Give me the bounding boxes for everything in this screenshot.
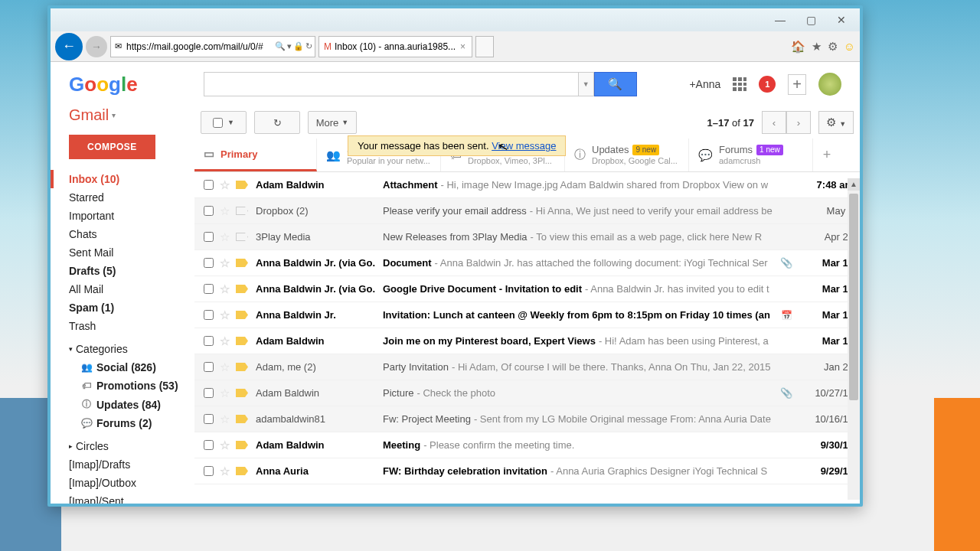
star-icon[interactable]: ☆ [220,439,230,452]
address-bar[interactable]: ✉ 🔍 ▾ 🔒 ↻ [110,36,315,57]
sidebar-drafts[interactable]: Drafts (5) [69,262,191,280]
email-checkbox[interactable] [204,206,214,216]
search-button[interactable]: 🔍 [594,72,637,96]
google-plus-link[interactable]: +Anna [689,78,720,90]
email-row[interactable]: ☆3Play MediaNew Releases from 3Play Medi… [194,224,860,250]
importance-marker[interactable] [236,337,248,345]
gmail-dropdown[interactable]: Gmail [69,106,191,124]
sidebar-important[interactable]: Important [69,207,191,225]
sidebar-sent[interactable]: Sent Mail [69,243,191,262]
star-icon[interactable]: ☆ [220,178,230,192]
add-tab-button[interactable]: + [813,139,841,171]
star-icon[interactable]: ☆ [220,204,230,218]
importance-marker[interactable] [236,363,248,371]
sidebar-imap-sent[interactable]: [Imap]/Sent [69,492,191,504]
email-row[interactable]: ☆Adam BaldwinJoin me on my Pinterest boa… [194,328,860,354]
email-checkbox[interactable] [204,414,214,424]
sidebar-trash[interactable]: Trash [69,317,191,335]
star-icon[interactable]: ☆ [220,230,230,244]
home-icon[interactable]: 🏠 [791,40,805,54]
browser-tab[interactable]: M Inbox (10) - anna.auria1985... × [318,36,472,57]
importance-marker[interactable] [236,259,248,267]
maximize-button[interactable]: ▢ [795,11,826,28]
star-icon[interactable]: ☆ [220,412,230,426]
settings-button[interactable]: ⚙ ▼ [818,111,854,134]
importance-marker[interactable] [236,181,248,189]
star-icon[interactable]: ☆ [220,465,230,478]
star-icon[interactable]: ☆ [220,308,230,322]
scrollbar-thumb[interactable] [849,194,858,400]
email-checkbox[interactable] [204,466,214,476]
star-icon[interactable]: ☆ [220,334,230,348]
sidebar-cat-forums[interactable]: 💬Forums (2) [69,414,191,432]
email-checkbox[interactable] [204,284,214,294]
star-icon[interactable]: ☆ [220,282,230,296]
notifications-badge[interactable]: 1 [759,76,776,93]
share-button[interactable]: + [788,74,806,95]
importance-marker[interactable] [236,389,248,397]
importance-marker[interactable] [236,441,248,449]
refresh-button[interactable]: ↻ [254,111,300,134]
email-row[interactable]: ☆Anna Baldwin Jr.Invitation: Lunch at ca… [194,302,860,328]
importance-marker[interactable] [236,233,248,241]
email-row[interactable]: ☆Adam, me (2)Party Invitation - Hi Adam,… [194,354,860,380]
importance-marker[interactable] [236,467,248,475]
email-row[interactable]: ☆Adam BaldwinAttachment - Hi, image New … [194,172,860,198]
next-page-button[interactable]: › [786,111,811,134]
email-checkbox[interactable] [204,232,214,242]
sidebar-spam[interactable]: Spam (1) [69,298,191,317]
smiley-icon[interactable]: ☺ [844,40,855,54]
forward-button[interactable]: → [86,36,107,57]
tab-primary[interactable]: ▭ Primary [194,139,317,171]
importance-marker[interactable] [236,285,248,293]
email-checkbox[interactable] [204,388,214,398]
sidebar-allmail[interactable]: All Mail [69,280,191,298]
favorites-icon[interactable]: ★ [812,40,822,54]
email-row[interactable]: ☆Adam BaldwinMeeting - Please confirm th… [194,432,860,458]
refresh-icon[interactable]: ↻ [305,41,312,51]
importance-marker[interactable] [236,207,248,215]
search-icon[interactable]: 🔍 [275,41,286,51]
select-all-dropdown[interactable]: ▼ [201,111,247,134]
sidebar-imap-outbox[interactable]: [Imap]/Outbox [69,474,191,492]
tab-updates[interactable]: ⓘ Updates9 new Dropbox, Google Cal... [565,139,689,171]
tools-icon[interactable]: ⚙ [828,40,838,54]
more-button[interactable]: More ▼ [308,111,357,134]
select-all-checkbox[interactable] [213,118,223,128]
prev-page-button[interactable]: ‹ [762,111,786,134]
sidebar-categories[interactable]: ▾Categories [69,340,191,358]
star-icon[interactable]: ☆ [220,360,230,374]
url-input[interactable] [125,41,273,52]
sidebar-imap-drafts[interactable]: [Imap]/Drafts [69,455,191,474]
google-logo[interactable]: Google [69,73,138,96]
search-input[interactable] [204,72,579,96]
sidebar-circles[interactable]: ▸Circles [69,437,191,455]
account-avatar[interactable] [818,73,841,96]
sidebar-cat-updates[interactable]: ⓘUpdates (84) [69,395,191,414]
vertical-scrollbar[interactable]: ▲ [848,178,860,500]
star-icon[interactable]: ☆ [220,256,230,270]
email-checkbox[interactable] [204,180,214,190]
sidebar-chats[interactable]: Chats [69,225,191,243]
new-tab-button[interactable] [475,36,494,57]
scroll-up-arrow[interactable]: ▲ [848,178,860,191]
email-checkbox[interactable] [204,336,214,346]
email-checkbox[interactable] [204,440,214,450]
email-checkbox[interactable] [204,258,214,268]
email-row[interactable]: ☆Adam BaldwinPicture - Check the photo📎1… [194,380,860,406]
close-window-button[interactable]: ✕ [826,11,857,28]
sidebar-cat-social[interactable]: 👥Social (826) [69,358,191,377]
email-checkbox[interactable] [204,362,214,372]
email-row[interactable]: ☆Anna Baldwin Jr. (via Go.Google Drive D… [194,276,860,302]
email-row[interactable]: ☆Dropbox (2)Please verify your email add… [194,198,860,224]
importance-marker[interactable] [236,311,248,319]
dropdown-icon[interactable]: ▾ [287,41,292,51]
email-row[interactable]: ☆Anna Baldwin Jr. (via Go.Document - Ann… [194,250,860,276]
sidebar-starred[interactable]: Starred [69,188,191,207]
apps-icon[interactable] [733,77,746,91]
email-checkbox[interactable] [204,310,214,320]
email-row[interactable]: ☆adambaldwin81Fw: Project Meeting - Sent… [194,406,860,432]
sidebar-cat-promotions[interactable]: 🏷Promotions (53) [69,377,191,395]
search-options-dropdown[interactable]: ▼ [579,72,594,96]
back-button[interactable]: ← [55,33,83,60]
